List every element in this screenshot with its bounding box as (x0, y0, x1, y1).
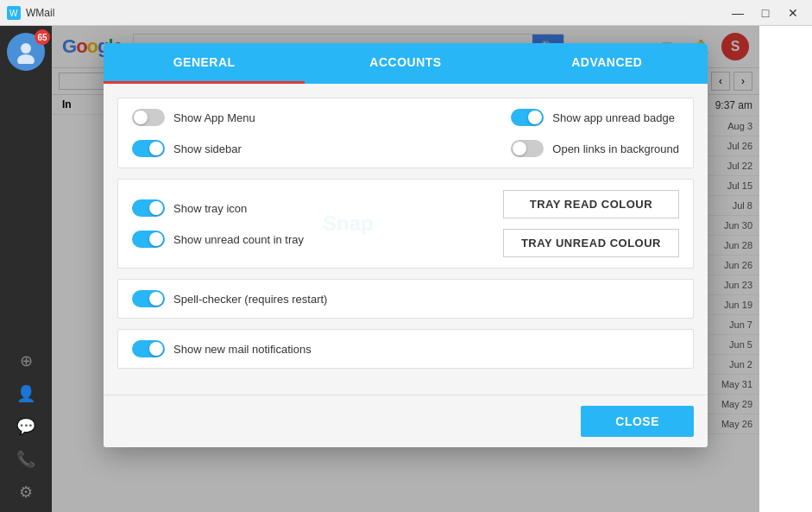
app-icon: W (7, 6, 21, 20)
tray-unread-colour-button[interactable]: TRAY UNREAD COLOUR (503, 229, 679, 257)
show-unread-count-label: Show unread count in tray (173, 233, 304, 246)
show-sidebar-track[interactable] (132, 140, 165, 157)
settings-section-notifications: Show new mail notifications (117, 329, 694, 369)
notifications-setting: Show new mail notifications (132, 340, 679, 357)
tab-accounts[interactable]: ACCOUNTS (305, 43, 506, 84)
svg-point-3 (17, 54, 35, 64)
unread-badge: 65 (35, 29, 50, 45)
show-tray-icon-toggle[interactable] (132, 199, 165, 217)
modal-overlay: GENERAL ACCOUNTS ADVANCED (52, 26, 759, 512)
show-unread-badge-label: Show app unread badge (552, 111, 675, 124)
show-app-menu-label: Show App Menu (173, 111, 255, 124)
notifications-thumb (149, 342, 163, 356)
sidebar-settings-icon[interactable]: ⚙ (19, 483, 33, 502)
tray-toggles-col: Show tray icon Show unread co (132, 199, 304, 248)
show-app-menu-track[interactable] (132, 109, 165, 126)
tray-colour-buttons: TRAY READ COLOUR TRAY UNREAD COLOUR (503, 190, 679, 257)
modal-content: Show App Menu (104, 84, 708, 447)
svg-text:W: W (9, 9, 18, 18)
show-app-menu-setting: Show App Menu (132, 109, 255, 126)
sidebar-chat-icon[interactable]: 💬 (16, 417, 35, 436)
svg-point-2 (21, 43, 31, 54)
maximize-button[interactable]: □ (753, 4, 777, 22)
left-sidebar: 65 ⊕ 👤 💬 📞 ⚙ (0, 26, 52, 512)
show-sidebar-thumb (149, 142, 163, 155)
spell-checker-setting: Spell-checker (requires restart) (132, 290, 679, 307)
sidebar-person-icon[interactable]: 👤 (16, 384, 35, 403)
show-app-menu-toggle[interactable] (132, 109, 165, 126)
open-links-bg-track[interactable] (511, 140, 544, 157)
open-links-bg-toggle[interactable] (511, 140, 544, 157)
app-body: 65 ⊕ 👤 💬 📞 ⚙ Google 🔍 ⊞ 🔔 S (0, 26, 812, 512)
modal-close-button[interactable]: CLOSE (581, 406, 694, 437)
gmail-panel: Google 🔍 ⊞ 🔔 S ⚙ ▾ □ ⭐ ⊟ (52, 26, 759, 512)
window-close-button[interactable]: ✕ (781, 4, 805, 22)
minimize-button[interactable]: — (726, 4, 750, 22)
add-account-icon[interactable]: ⊕ (20, 351, 33, 370)
show-unread-count-setting: Show unread count in tray (132, 231, 304, 248)
tray-read-colour-button[interactable]: TRAY READ COLOUR (503, 190, 679, 218)
settings-section-display: Show App Menu (117, 98, 694, 168)
modal-footer: CLOSE (104, 395, 708, 447)
modal-scroll-area: Show App Menu (104, 84, 708, 395)
show-unread-count-thumb (149, 232, 163, 246)
show-app-menu-thumb (134, 111, 148, 124)
title-bar: W WMail — □ ✕ (0, 0, 812, 26)
tab-general[interactable]: GENERAL (104, 43, 305, 84)
show-unread-badge-toggle[interactable] (511, 109, 544, 126)
open-links-bg-setting: Open links in background (511, 140, 679, 157)
open-links-bg-label: Open links in background (552, 142, 679, 155)
settings-right-col: Show app unread badge (511, 109, 679, 157)
spell-checker-track[interactable] (132, 290, 165, 307)
title-bar-left: W WMail (7, 6, 54, 20)
spell-checker-toggle[interactable] (132, 290, 165, 307)
show-tray-icon-thumb (149, 201, 163, 215)
notifications-label: Show new mail notifications (173, 343, 312, 356)
modal-tabs: GENERAL ACCOUNTS ADVANCED (104, 43, 708, 84)
avatar-badge[interactable]: 65 (7, 33, 45, 71)
show-tray-icon-setting: Show tray icon (132, 199, 304, 217)
show-unread-count-toggle[interactable] (132, 231, 165, 248)
spell-checker-thumb (149, 292, 163, 306)
notifications-toggle[interactable] (132, 340, 165, 357)
show-tray-icon-label: Show tray icon (173, 202, 247, 215)
show-unread-badge-setting: Show app unread badge (511, 109, 679, 126)
show-unread-count-track[interactable] (132, 231, 165, 248)
title-bar-controls: — □ ✕ (726, 4, 805, 22)
person-icon (14, 40, 38, 64)
show-unread-badge-track[interactable] (511, 109, 544, 126)
settings-left-col: Show App Menu (132, 109, 255, 157)
open-links-bg-thumb (513, 142, 526, 155)
settings-section-tray: Snap (117, 179, 694, 269)
window-title: WMail (26, 7, 54, 19)
settings-section-spellcheck: Spell-checker (requires restart) (117, 279, 694, 319)
sidebar-phone-icon[interactable]: 📞 (16, 450, 35, 469)
show-unread-badge-thumb (528, 111, 542, 124)
show-sidebar-label: Show sidebar (173, 142, 242, 155)
show-tray-icon-track[interactable] (132, 199, 165, 217)
show-sidebar-toggle[interactable] (132, 140, 165, 157)
tab-advanced[interactable]: ADVANCED (507, 43, 708, 84)
notifications-track[interactable] (132, 340, 165, 357)
spell-checker-label: Spell-checker (requires restart) (173, 293, 327, 306)
settings-modal: GENERAL ACCOUNTS ADVANCED (104, 43, 708, 447)
sidebar-bottom: ⊕ 👤 💬 📞 ⚙ (16, 351, 35, 512)
show-sidebar-setting: Show sidebar (132, 140, 255, 157)
